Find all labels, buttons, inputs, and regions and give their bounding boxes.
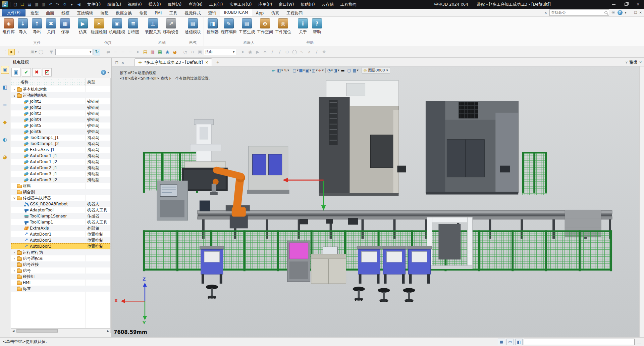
print-preview-icon[interactable]: ▥	[41, 1, 47, 7]
ribbon-tab[interactable]: 线框	[58, 10, 73, 16]
tree-row[interactable]: GSK_RB20A3Robot机器人	[11, 201, 110, 207]
ribbon-button[interactable]: ◎工件定位	[274, 18, 292, 36]
scroll-left-icon[interactable]: ◀	[11, 330, 16, 333]
open-file-icon[interactable]: ❏	[19, 1, 25, 7]
expander-icon[interactable]: ›	[12, 251, 17, 254]
ribbon-tab[interactable]: 工具	[165, 10, 181, 16]
tree-row[interactable]: Joint2铰链副	[11, 104, 110, 110]
cursor-icon[interactable]: ➤	[135, 49, 141, 55]
direction-combo[interactable]: 法向▼	[204, 49, 236, 55]
ribbon-button[interactable]: i关于	[296, 18, 310, 36]
dropdown-arrow-icon[interactable]: ▾	[69, 1, 75, 7]
resize-grip[interactable]	[637, 340, 641, 344]
tree-row[interactable]: AutoDoor3_J1滑动副	[11, 171, 110, 177]
shade-mode-icon[interactable]: ■▼	[299, 67, 305, 73]
line2-icon[interactable]: /	[276, 49, 283, 55]
menu-item[interactable]: 视图(V)	[124, 0, 145, 9]
confirm-button[interactable]: ✔	[22, 68, 31, 77]
new-tab-button[interactable]: ＋	[215, 59, 220, 66]
menu-item[interactable]: 应用(P)	[255, 0, 275, 9]
entity-filter-combo[interactable]: ▼	[55, 49, 93, 55]
ribbon-tab[interactable]: 装配	[97, 10, 112, 16]
add-select-icon[interactable]: +	[15, 49, 22, 55]
menu-item[interactable]: 帮助(H)	[297, 0, 318, 9]
ribbon-tab[interactable]: 文件(F)	[2, 9, 25, 16]
compass-icon[interactable]: ◔▼	[327, 67, 333, 73]
menu-item[interactable]: 文件(F)	[84, 0, 104, 9]
line-icon[interactable]: /	[269, 49, 276, 55]
menu-item[interactable]: 工具(T)	[206, 0, 226, 9]
ribbon-button[interactable]: ?帮助	[310, 18, 324, 36]
collapse-ribbon-icon[interactable]: ◀	[76, 1, 82, 7]
ribbon-button[interactable]: ↓导入	[16, 18, 30, 36]
tree-row[interactable]: Joint6铰链副	[11, 129, 110, 135]
ribbon-tab[interactable]: 造型	[27, 10, 42, 16]
table-icon[interactable]: ▦	[157, 49, 163, 55]
view-cube-icon[interactable]: ◧▼	[277, 67, 283, 73]
ribbon-button[interactable]: ▦保存	[58, 18, 72, 36]
ribbon-button[interactable]: ▶仿真	[76, 18, 90, 36]
filter-icon[interactable]: ▼	[48, 49, 55, 55]
column-header-name[interactable]: 名称	[11, 78, 86, 86]
ribbon-button[interactable]: ⊙工作空间	[256, 18, 274, 36]
tree-row[interactable]: ›运行时行为	[11, 249, 110, 255]
polyline-icon[interactable]: ∧	[306, 49, 313, 55]
ribbon-button[interactable]: ✶碰撞检测	[90, 18, 108, 36]
dock-close-icon[interactable]: ✕	[120, 59, 126, 66]
new-file-icon[interactable]: ▢	[12, 1, 18, 7]
spark-icon[interactable]: ✶	[262, 49, 268, 55]
minimize-button[interactable]	[608, 0, 620, 9]
line3-icon[interactable]: /	[313, 49, 320, 55]
ribbon-button[interactable]: ≡甘特图	[126, 18, 140, 36]
ribbon-button[interactable]: ⊥装配关系	[144, 18, 162, 36]
doc-close-button[interactable]: ✕	[639, 11, 642, 14]
ribbon-button[interactable]: ✎程序编辑	[220, 18, 238, 36]
background-light-icon[interactable]: ▢	[346, 67, 352, 73]
tree-row[interactable]: AutoDoor3_J2滑动副	[11, 177, 110, 183]
tree-row[interactable]: ›基本机电对象	[11, 86, 110, 92]
tree-row[interactable]: ExtraAxis_J1滑动副	[11, 147, 110, 153]
tree-row[interactable]: Joint4铰链副	[11, 116, 110, 122]
panel-hscrollbar[interactable]: ◀ ▶	[11, 329, 111, 333]
tree-row[interactable]: ›信号适配器	[11, 255, 110, 261]
theme-icon[interactable]: ◧	[515, 339, 523, 345]
mechatronics-panel-icon[interactable]: ▣	[1, 66, 9, 74]
tree-row[interactable]: AdapterTool机器人工具	[11, 207, 110, 213]
tree-row[interactable]: 耦合副	[11, 189, 110, 195]
tree-row[interactable]: ToolClamp1_J1滑动副	[11, 135, 110, 141]
tree-row[interactable]: AutoDoor3位置控制	[11, 243, 110, 249]
scroll-right-icon[interactable]: ▶	[106, 330, 110, 333]
tree-row[interactable]: ToolClamp1_J2滑动副	[11, 141, 110, 147]
appearance-icon[interactable]: ✎▼	[283, 67, 289, 73]
tree-row[interactable]: AutoDoor2位置控制	[11, 237, 110, 243]
panel-dropdown-icon[interactable]: ▾	[107, 70, 109, 74]
menu-item[interactable]: 插入(I)	[145, 0, 164, 9]
align-right-icon[interactable]: ≡	[127, 49, 134, 55]
collapse-ribbon-chevron-icon[interactable]: ∧	[544, 11, 547, 14]
spline-icon[interactable]: ∿	[299, 49, 305, 55]
display-mode-icon[interactable]: ▢▼	[292, 67, 299, 73]
app-logo-icon[interactable]: Z	[2, 1, 8, 7]
right-collapsed-panel[interactable]	[639, 66, 644, 337]
info-icon[interactable]: i	[101, 70, 106, 75]
globe-icon[interactable]: ◉	[164, 49, 171, 55]
grid-display-icon[interactable]: ▩▼	[353, 67, 359, 73]
ribbon-button[interactable]: ◨控制器	[206, 18, 220, 36]
plane-icon[interactable]: ▣	[197, 49, 203, 55]
render-manager-icon[interactable]: ◐	[1, 136, 9, 144]
circle-center-icon[interactable]: ⊙	[284, 49, 290, 55]
tree-row[interactable]: ToolClamp1Sensor传感器	[11, 213, 110, 219]
tree-row[interactable]: 材料	[11, 183, 110, 189]
ribbon-button[interactable]: ✖关闭	[44, 18, 58, 36]
circle-icon[interactable]: ◯	[291, 49, 298, 55]
output-tab[interactable]: ∨ 输出 ✕	[625, 59, 644, 66]
menu-item[interactable]: 云存储	[318, 0, 337, 9]
align-left-icon[interactable]: ≡	[112, 49, 119, 55]
tree-row[interactable]: AutoDoor1_J1滑动副	[11, 153, 110, 159]
pick-filter-icon[interactable]: ➤	[8, 49, 15, 55]
notes-icon[interactable]: ▤	[142, 49, 149, 55]
tree-row[interactable]: ExtraAxis外部轴	[11, 225, 110, 231]
tree-row[interactable]: ›信号	[11, 267, 110, 274]
expander-icon[interactable]: ›	[12, 269, 17, 273]
expander-icon[interactable]: ∨	[12, 94, 17, 97]
